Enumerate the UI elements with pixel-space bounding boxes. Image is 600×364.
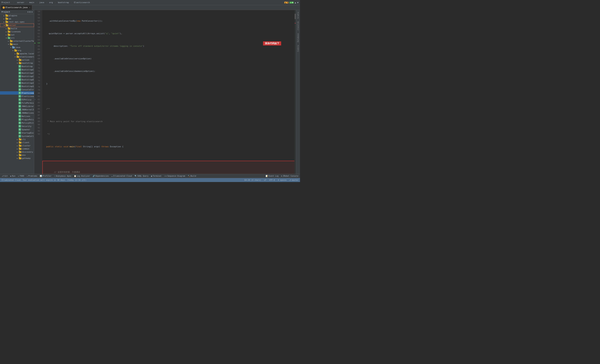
tree-item-BootstrapException[interactable]: C BootstrapException xyxy=(0,78,34,81)
tree-item-java[interactable]: ▼ java xyxy=(0,46,34,49)
sequence-diagram-tab[interactable]: ⟿ Sequence Diagram xyxy=(164,174,186,178)
problems-tab[interactable]: ⚠ Problems xyxy=(26,174,38,178)
event-log-tab[interactable]: 📝 Event Log xyxy=(265,174,279,178)
todo-icon: ☑ xyxy=(18,175,19,177)
chevron-down-icon[interactable]: ▼ xyxy=(297,1,299,4)
code-line-60 xyxy=(42,95,296,98)
tree-item-StartupException[interactable]: C StartupException xyxy=(0,131,34,134)
tree-item-apache-lucene[interactable]: ▶ apache.lucene xyxy=(0,52,34,55)
tree-item-ESPolicy[interactable]: C ESPolicy xyxy=(0,98,34,101)
tree-item-BootstrapContext[interactable]: C BootstrapContext xyxy=(0,75,34,78)
tree-item-action[interactable]: ▶ action xyxy=(0,58,34,62)
dependencies-tab[interactable]: 🔗 Dependencies xyxy=(92,174,109,178)
java-icon: C xyxy=(19,105,21,108)
tab-elasticsearch[interactable]: Elasticsearch.java ✕ xyxy=(1,5,32,10)
tree-item-FilePermissionUtils[interactable]: C FilePermissionUtils xyxy=(0,101,34,105)
ln-87: 87 xyxy=(34,114,41,117)
sync-icon[interactable]: ⚙ xyxy=(27,11,29,13)
tree-item-internalclustertest[interactable]: ▶ internalClusterTest xyxy=(0,39,34,43)
java-icon: C xyxy=(19,82,21,84)
soql-query-tab[interactable]: 🔍 SOQL Query xyxy=(134,174,149,178)
anonymous-apex-tab[interactable]: ⚡ Anonymous Apex xyxy=(54,174,72,178)
tree-item-SystemCallFilter[interactable]: C SystemCallFilter xyxy=(0,134,34,138)
ln-89: 89 xyxy=(34,120,41,123)
tree-item-Bootstrap[interactable]: C Bootstrap xyxy=(0,65,34,68)
tree-item-rest-api-spec[interactable]: ▶ rest-api-spec xyxy=(0,20,34,23)
log-analyzer-tab[interactable]: 📋 Log Analyzer xyxy=(73,174,91,178)
java-icon: C xyxy=(19,112,21,114)
tree-item-client[interactable]: ▶ client xyxy=(0,141,34,144)
tree-item-licenses[interactable]: ▶ licenses xyxy=(0,30,34,33)
tree-item-ElasticsearchUncaughtException[interactable]: C ElasticsearchUncaughtException xyxy=(0,95,34,98)
chevron-up-icon[interactable]: ▲ xyxy=(295,1,296,4)
cloud-icon: ☁ xyxy=(111,175,112,177)
tree-item-JNANatives[interactable]: C JNANatives xyxy=(0,111,34,115)
tree-item-common[interactable]: ▶ common xyxy=(0,147,34,150)
nav-bootstrap[interactable]: bootstrap xyxy=(57,1,70,4)
arrow-icon: ▼ xyxy=(9,47,12,48)
todo-tab[interactable]: ☑ TODO xyxy=(17,174,25,178)
settings-icon[interactable]: ⚙ xyxy=(31,11,33,13)
tab-close-icon[interactable]: ✕ xyxy=(29,7,30,9)
gradle-tab[interactable]: Gradle xyxy=(297,11,300,19)
codota-tab[interactable]: Codota xyxy=(297,44,300,53)
tree-item-bootstrap-folder[interactable]: ▼ bootstrap xyxy=(0,62,34,65)
tree-item-Security[interactable]: C Security xyxy=(0,124,34,128)
run-tab[interactable]: ▶ Run xyxy=(10,174,16,178)
profiler-tab[interactable]: 📊 Profiler xyxy=(39,174,52,178)
ln-80: 80 xyxy=(34,92,41,95)
tree-item-Elasticsearch[interactable]: C Elasticsearch xyxy=(0,91,34,95)
tree-item-qa[interactable]: ▶ qa xyxy=(0,17,34,20)
tree-item-BootstrapSettings[interactable]: C BootstrapSettings xyxy=(0,85,34,88)
tree-item-env[interactable]: ▶ env xyxy=(0,154,34,157)
terminal-tab[interactable]: ▣ Terminal xyxy=(150,174,162,178)
nav-org[interactable]: org xyxy=(48,1,54,4)
tree-item-main[interactable]: ▼ main xyxy=(0,43,34,46)
tree-item-gateway[interactable]: ▶ gateway xyxy=(0,157,34,160)
top-bar: Project › server › main › java › org › b… xyxy=(0,0,300,5)
tree-item-org[interactable]: ▼ org xyxy=(0,49,34,52)
tree-item-discovery[interactable]: ▶ discovery xyxy=(0,150,34,154)
tree-item-BootstrapInfo[interactable]: C BootstrapInfo xyxy=(0,81,34,85)
arrow-icon: ▶ xyxy=(7,40,9,42)
code-line-61: /** xyxy=(42,107,296,111)
security-label: Security xyxy=(22,125,31,128)
nav-server[interactable]: server xyxy=(16,1,26,4)
git-tab[interactable]: ⎇ Git xyxy=(1,174,8,178)
scrollbar-thumb[interactable] xyxy=(295,14,296,19)
nav-elasticsearch[interactable]: Elasticsearch xyxy=(73,1,91,4)
tree-item-plugins[interactable]: ▶ plugins xyxy=(0,14,34,17)
code-content-area[interactable]: 添加代码如下 .withValuesConvertedBy(new PathCo… xyxy=(42,10,296,174)
annotation-overlay: 添加代码如下 xyxy=(263,41,281,46)
classlib-tab[interactable]: classlib xyxy=(297,20,300,31)
collapse-icon[interactable]: ≡ xyxy=(29,11,31,13)
jrebel-console-tab[interactable]: ⚙ JRebel Console xyxy=(281,174,299,178)
tree-item-out[interactable]: ▶ out xyxy=(0,33,34,37)
illuminated-cloud-tab[interactable]: ☁ Illuminated Cloud xyxy=(111,174,132,178)
tree-item-server[interactable]: ▼ server xyxy=(0,23,34,27)
code-scrollbar[interactable] xyxy=(294,10,296,174)
ln-55: 55 xyxy=(34,13,41,16)
tree-item-PluginPolicyInfo[interactable]: C PluginPolicyInfo xyxy=(0,118,34,121)
tree-item-elasticsearch[interactable]: ▼ elasticsearch xyxy=(0,55,34,58)
tree-item-BootstrapCheck[interactable]: C BootstrapCheck xyxy=(0,68,34,71)
nav-main[interactable]: main xyxy=(28,1,36,4)
nav-java[interactable]: java xyxy=(38,1,45,4)
ln-78: 78 xyxy=(34,85,41,89)
tree-item-ConsoleCtrlHandler[interactable]: C ConsoleCtrlHandler xyxy=(0,88,34,91)
arrow-icon: ▶ xyxy=(16,151,19,153)
tree-item-cluster[interactable]: ▶ cluster xyxy=(0,144,34,147)
tree-item-BootstrapChecks[interactable]: C BootstrapChecks xyxy=(0,71,34,75)
build-tab[interactable]: 🔨 Build xyxy=(187,174,197,178)
tree-item-src[interactable]: ▼ src xyxy=(0,37,34,39)
tree-item-build[interactable]: ▶ build xyxy=(0,27,34,30)
tree-item-JNAKernel32Library[interactable]: C JNAKernel32Library xyxy=(0,108,34,111)
tree-item-Natives[interactable]: C Natives xyxy=(0,115,34,118)
code-text[interactable]: .withValuesConvertedBy(new PathConverter… xyxy=(42,10,296,174)
java-icon: C xyxy=(19,118,21,121)
tree-item-cli[interactable]: ▶ cli xyxy=(0,138,34,141)
tree-item-Spawner[interactable]: C Spawner xyxy=(0,128,34,131)
database-tab[interactable]: Database xyxy=(297,32,300,43)
tree-item-JNACLibrary[interactable]: C JNACLibrary xyxy=(0,105,34,108)
tree-item-PolicyUtil[interactable]: C PolicyUtil xyxy=(0,121,34,124)
